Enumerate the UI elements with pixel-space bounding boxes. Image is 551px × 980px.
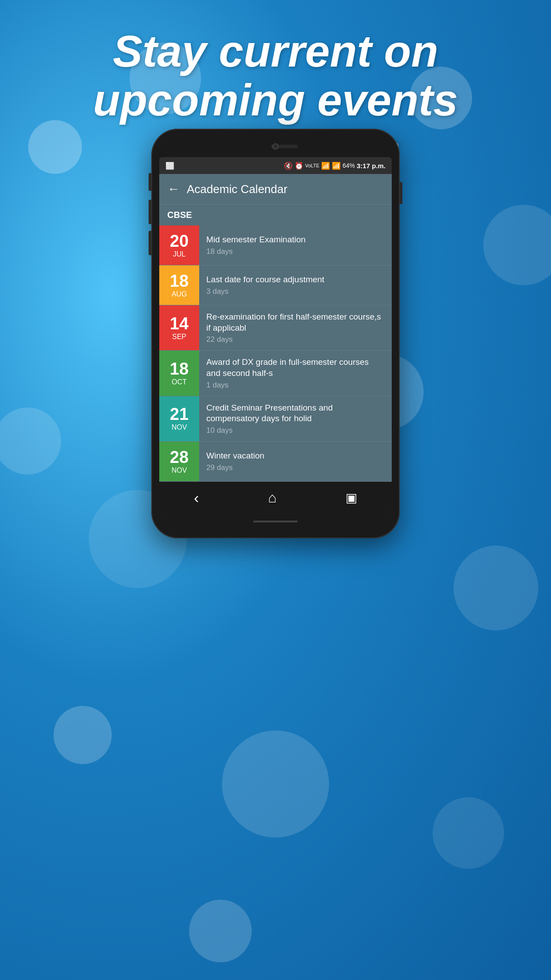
event-days-2: 22 days bbox=[206, 335, 385, 344]
nav-back-button[interactable]: ‹ bbox=[185, 485, 208, 511]
date-badge-5: 28 NOV bbox=[159, 442, 199, 481]
calendar-list: 20 JUL Mid semester Examination 18 days … bbox=[159, 225, 392, 482]
phone-body: ⬜ 🔇 ⏰ VoLTE 📶 📶 64% 3:17 p.m. ← Academic… bbox=[151, 129, 400, 538]
event-info-2: Re-examination for first half-semester c… bbox=[199, 305, 392, 350]
wifi-icon: 📶 bbox=[321, 162, 330, 170]
event-days-1: 3 days bbox=[206, 287, 385, 296]
front-camera bbox=[272, 143, 279, 150]
month-0: JUL bbox=[173, 250, 185, 258]
event-info-3: Award of DX grade in full-semester cours… bbox=[199, 351, 392, 395]
section-label: CBSE bbox=[167, 210, 192, 220]
date-badge-0: 20 JUL bbox=[159, 225, 199, 265]
day-3: 18 bbox=[170, 360, 189, 377]
app-title: Academic Calendar bbox=[187, 182, 287, 196]
phone-top bbox=[159, 138, 392, 155]
month-4: NOV bbox=[172, 423, 187, 431]
event-title-0: Mid semester Examination bbox=[206, 234, 385, 245]
month-5: NOV bbox=[172, 466, 187, 474]
month-3: OCT bbox=[172, 378, 187, 386]
volume-button-3 bbox=[149, 231, 151, 255]
date-badge-3: 18 OCT bbox=[159, 351, 199, 395]
mute-icon: 🔇 bbox=[284, 162, 293, 170]
date-badge-2: 14 SEP bbox=[159, 305, 199, 350]
list-item[interactable]: 18 OCT Award of DX grade in full-semeste… bbox=[159, 351, 392, 396]
day-4: 21 bbox=[170, 406, 189, 423]
list-item[interactable]: 14 SEP Re-examination for first half-sem… bbox=[159, 305, 392, 351]
status-left: ⬜ bbox=[165, 162, 174, 170]
app-bar: ← Academic Calendar bbox=[159, 174, 392, 204]
event-info-5: Winter vacation 29 days bbox=[199, 442, 392, 481]
event-info-4: Credit Seminar Presentations and compens… bbox=[199, 396, 392, 441]
signal-icon: 📶 bbox=[332, 162, 341, 170]
day-0: 20 bbox=[170, 233, 189, 249]
month-2: SEP bbox=[172, 333, 186, 341]
power-button bbox=[400, 182, 402, 204]
list-item[interactable]: 21 NOV Credit Seminar Presentations and … bbox=[159, 396, 392, 442]
alarm-icon: ⏰ bbox=[295, 162, 303, 170]
list-item[interactable]: 28 NOV Winter vacation 29 days bbox=[159, 442, 392, 482]
event-info-0: Mid semester Examination 18 days bbox=[199, 225, 392, 265]
volume-button-2 bbox=[149, 200, 151, 224]
event-title-2: Re-examination for first half-semester c… bbox=[206, 312, 385, 333]
list-item[interactable]: 20 JUL Mid semester Examination 18 days bbox=[159, 225, 392, 265]
date-badge-4: 21 NOV bbox=[159, 396, 199, 441]
section-header: CBSE bbox=[159, 204, 392, 225]
event-days-5: 29 days bbox=[206, 463, 385, 472]
phone-bottom bbox=[159, 514, 392, 530]
date-badge-1: 18 AUG bbox=[159, 265, 199, 305]
event-title-1: Last date for course adjustment bbox=[206, 274, 385, 285]
month-1: AUG bbox=[172, 290, 187, 298]
event-days-4: 10 days bbox=[206, 426, 385, 435]
battery-pct: 64% bbox=[342, 162, 355, 169]
lte-label: VoLTE bbox=[305, 163, 319, 168]
event-days-3: 1 days bbox=[206, 381, 385, 390]
event-title-4: Credit Seminar Presentations and compens… bbox=[206, 403, 385, 424]
phone-device: ⬜ 🔇 ⏰ VoLTE 📶 📶 64% 3:17 p.m. ← Academic… bbox=[151, 129, 400, 538]
nav-home-button[interactable]: ⌂ bbox=[259, 485, 285, 510]
nav-recent-button[interactable]: ▣ bbox=[337, 486, 366, 510]
phone-screen: ⬜ 🔇 ⏰ VoLTE 📶 📶 64% 3:17 p.m. ← Academic… bbox=[159, 157, 392, 514]
event-title-3: Award of DX grade in full-semester cours… bbox=[206, 357, 385, 379]
day-2: 14 bbox=[170, 315, 189, 332]
status-bar: ⬜ 🔇 ⏰ VoLTE 📶 📶 64% 3:17 p.m. bbox=[159, 157, 392, 174]
status-right: 🔇 ⏰ VoLTE 📶 📶 64% 3:17 p.m. bbox=[284, 162, 386, 170]
home-indicator bbox=[253, 521, 298, 522]
day-5: 28 bbox=[170, 449, 189, 466]
screenshot-icon: ⬜ bbox=[165, 162, 174, 170]
day-1: 18 bbox=[170, 273, 189, 289]
event-info-1: Last date for course adjustment 3 days bbox=[199, 265, 392, 305]
event-days-0: 18 days bbox=[206, 247, 385, 256]
volume-button-1 bbox=[149, 173, 151, 191]
time: 3:17 p.m. bbox=[357, 162, 386, 170]
list-item[interactable]: 18 AUG Last date for course adjustment 3… bbox=[159, 265, 392, 305]
nav-bar: ‹ ⌂ ▣ bbox=[159, 482, 392, 514]
event-title-5: Winter vacation bbox=[206, 450, 385, 462]
back-button[interactable]: ← bbox=[167, 182, 180, 196]
